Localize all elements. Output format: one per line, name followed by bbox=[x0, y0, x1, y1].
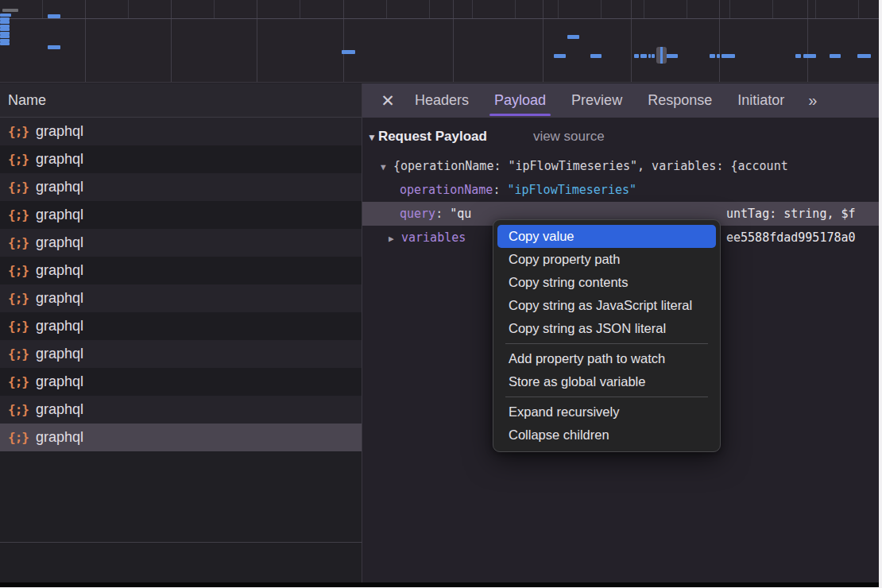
request-timing-bar[interactable] bbox=[795, 54, 801, 58]
request-timing-bar[interactable] bbox=[48, 14, 60, 18]
request-timing-bar[interactable] bbox=[0, 35, 10, 38]
detail-tabbar: ✕ HeadersPayloadPreviewResponseInitiator… bbox=[362, 83, 879, 118]
request-timing-bar[interactable] bbox=[0, 28, 10, 31]
tree-node-root[interactable]: ▼{operationName: "ipFlowTimeseries", var… bbox=[362, 154, 879, 178]
property-value-string: "ipFlowTimeseries" bbox=[507, 183, 636, 197]
overview-gridline bbox=[171, 0, 172, 83]
overview-gridline bbox=[257, 0, 257, 83]
ruler-tick bbox=[42, 0, 43, 18]
request-timing-bar[interactable] bbox=[830, 54, 841, 58]
tab-initiator[interactable]: Initiator bbox=[726, 83, 795, 118]
request-row[interactable]: {;}graphql bbox=[0, 312, 362, 340]
request-name: graphql bbox=[36, 346, 83, 362]
request-name: graphql bbox=[36, 179, 83, 195]
request-row[interactable]: {;}graphql bbox=[0, 145, 362, 173]
overview-gridline bbox=[343, 0, 344, 83]
tab-response[interactable]: Response bbox=[636, 83, 723, 118]
request-timing-bar[interactable] bbox=[342, 50, 355, 54]
request-timing-bar[interactable] bbox=[857, 54, 871, 58]
tab-payload[interactable]: Payload bbox=[483, 83, 557, 118]
request-timing-bar[interactable] bbox=[721, 54, 735, 58]
request-timing-bar[interactable] bbox=[652, 54, 655, 58]
section-collapse-icon[interactable]: ▼ bbox=[367, 132, 377, 143]
menu-item-expand-recursively[interactable]: Expand recursively bbox=[497, 400, 716, 424]
request-timing-bar[interactable] bbox=[666, 54, 678, 58]
request-timing-bar[interactable] bbox=[0, 21, 10, 24]
request-payload-section[interactable]: ▼ Request Payload view source bbox=[367, 129, 605, 145]
request-row[interactable]: {;}graphql bbox=[0, 368, 362, 396]
request-timing-bar[interactable] bbox=[640, 54, 647, 58]
request-name: graphql bbox=[36, 429, 83, 446]
request-timing-bar[interactable] bbox=[710, 54, 715, 58]
request-row[interactable]: {;}graphql bbox=[0, 118, 362, 145]
menu-item-copy-string-contents[interactable]: Copy string contents bbox=[497, 271, 716, 294]
request-row[interactable]: {;}graphql bbox=[0, 173, 362, 201]
request-row[interactable]: {;}graphql bbox=[0, 284, 362, 312]
menu-item-copy-string-as-json-literal[interactable]: Copy string as JSON literal bbox=[497, 317, 716, 340]
request-row[interactable]: {;}graphql bbox=[0, 396, 362, 424]
name-column-header[interactable]: Name bbox=[0, 83, 362, 118]
request-timing-bar[interactable] bbox=[48, 45, 60, 49]
close-icon[interactable]: ✕ bbox=[373, 83, 402, 118]
json-braces-icon: {;} bbox=[8, 263, 29, 278]
request-row[interactable]: {;}graphql bbox=[0, 257, 362, 284]
request-row[interactable]: {;}graphql bbox=[0, 229, 362, 257]
request-timing-bar[interactable] bbox=[0, 42, 10, 45]
request-name: graphql bbox=[36, 318, 83, 335]
selected-request-marker[interactable] bbox=[656, 47, 667, 64]
request-timing-bar[interactable] bbox=[634, 54, 639, 58]
more-tabs-icon[interactable]: » bbox=[799, 83, 825, 118]
tree-node-property[interactable]: operationName: "ipFlowTimeseries" bbox=[362, 178, 879, 202]
collapse-arrow-icon: ▶ bbox=[389, 227, 401, 250]
ruler-tick bbox=[558, 0, 559, 18]
request-timing-bar[interactable] bbox=[590, 54, 602, 58]
menu-item-add-property-path-to-watch[interactable]: Add property path to watch bbox=[497, 347, 716, 370]
request-timing-bar[interactable] bbox=[2, 9, 18, 12]
request-timing-bar[interactable] bbox=[648, 54, 651, 58]
menu-item-store-as-global-variable[interactable]: Store as global variable bbox=[497, 370, 716, 393]
request-timing-bar[interactable] bbox=[0, 14, 11, 17]
json-braces-icon: {;} bbox=[8, 430, 29, 445]
property-value-suffix: ee5588fdad995178a0 bbox=[726, 226, 856, 250]
menu-item-copy-property-path[interactable]: Copy property path bbox=[497, 248, 716, 271]
menu-item-copy-value[interactable]: Copy value bbox=[497, 225, 716, 248]
key-separator: : bbox=[435, 207, 450, 221]
request-timing-bar[interactable] bbox=[554, 54, 566, 58]
overview-gridline bbox=[453, 0, 454, 83]
object-preview-text: {operationName: "ipFlowTimeseries", vari… bbox=[393, 159, 788, 173]
ruler-tick bbox=[386, 0, 387, 18]
property-key: variables bbox=[401, 230, 466, 245]
property-key: operationName bbox=[400, 183, 493, 197]
menu-item-collapse-children[interactable]: Collapse children bbox=[497, 424, 716, 447]
tab-headers[interactable]: Headers bbox=[404, 83, 480, 118]
request-timing-bar[interactable] bbox=[717, 54, 720, 58]
key-separator: : bbox=[493, 183, 507, 197]
json-braces-icon: {;} bbox=[8, 235, 29, 250]
json-braces-icon: {;} bbox=[8, 374, 29, 389]
request-name: graphql bbox=[36, 234, 83, 251]
overview-gridline bbox=[543, 0, 544, 83]
request-name: graphql bbox=[36, 373, 83, 390]
network-panels: Name {;}graphql{;}graphql{;}graphql{;}gr… bbox=[0, 83, 879, 582]
request-name: graphql bbox=[36, 401, 83, 418]
detail-tabs: HeadersPayloadPreviewResponseInitiator bbox=[402, 83, 797, 118]
request-row[interactable]: {;}graphql bbox=[0, 424, 362, 451]
request-timing-bar[interactable] bbox=[803, 54, 816, 58]
view-source-link[interactable]: view source bbox=[533, 129, 605, 145]
json-braces-icon: {;} bbox=[8, 152, 29, 167]
property-value-prefix: "qu bbox=[450, 207, 471, 221]
json-braces-icon: {;} bbox=[8, 291, 29, 306]
request-row[interactable]: {;}graphql bbox=[0, 201, 362, 229]
ruler-tick bbox=[644, 0, 644, 18]
ruler-tick bbox=[858, 0, 859, 18]
request-row[interactable]: {;}graphql bbox=[0, 340, 362, 368]
menu-item-copy-string-as-javascript-literal[interactable]: Copy string as JavaScript literal bbox=[497, 294, 716, 317]
network-overview[interactable] bbox=[0, 0, 879, 83]
window-bottom-edge bbox=[0, 582, 879, 587]
ruler-tick bbox=[472, 0, 473, 18]
request-timing-bar[interactable] bbox=[567, 35, 579, 39]
property-value-suffix: untTag: string, $f bbox=[726, 202, 856, 226]
request-name: graphql bbox=[36, 262, 83, 279]
request-list-panel: Name {;}graphql{;}graphql{;}graphql{;}gr… bbox=[0, 83, 362, 582]
tab-preview[interactable]: Preview bbox=[560, 83, 633, 118]
